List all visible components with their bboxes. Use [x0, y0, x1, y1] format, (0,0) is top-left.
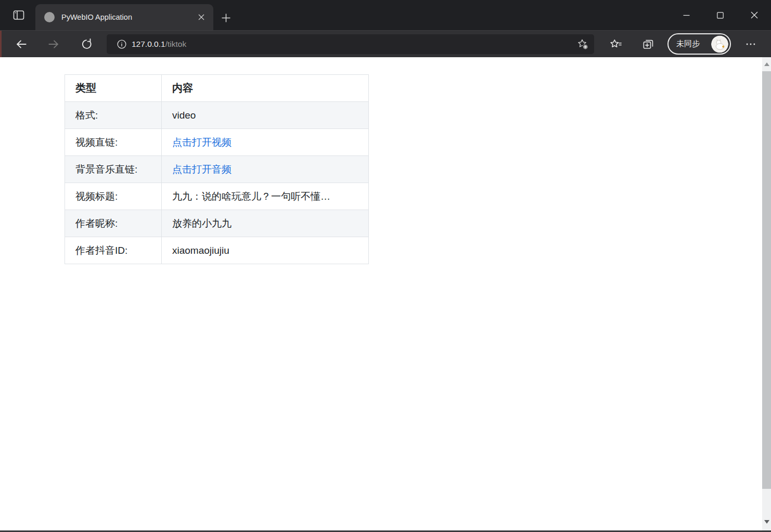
table-row: 作者昵称: 放养的小九九 [65, 210, 369, 237]
collections-icon [641, 37, 655, 51]
back-button[interactable] [12, 35, 30, 53]
new-tab-button[interactable] [218, 10, 234, 25]
row-label: 作者抖音ID: [65, 237, 162, 264]
sync-status-label: 未同步 [676, 39, 700, 49]
table-row: 背景音乐直链: 点击打开音频 [65, 156, 369, 183]
refresh-icon [80, 37, 93, 51]
address-bar[interactable]: 127.0.0.1/tiktok [107, 34, 594, 54]
url-host: 127.0.0.1 [132, 40, 165, 48]
collections-button[interactable] [639, 35, 658, 54]
table-row: 作者抖音ID: xiaomaojiujiu [65, 237, 369, 264]
tab-layout-icon [12, 9, 25, 21]
ellipsis-icon [745, 38, 756, 50]
window-edge-accent [0, 31, 2, 58]
back-arrow-icon [15, 37, 28, 51]
profile-avatar [711, 35, 728, 53]
open-video-link[interactable]: 点击打开视频 [172, 137, 232, 148]
close-window-button[interactable] [737, 0, 771, 30]
table-row: 格式: video [65, 102, 369, 129]
header-content: 内容 [162, 75, 369, 102]
row-label: 视频直链: [65, 129, 162, 156]
triangle-up-icon [764, 62, 769, 66]
vertical-scrollbar[interactable] [762, 57, 771, 530]
scroll-down-button[interactable] [762, 517, 771, 526]
url-path: /tiktok [165, 40, 186, 48]
header-type: 类型 [65, 75, 162, 102]
row-value: 点击打开视频 [162, 129, 369, 156]
forward-button[interactable] [45, 35, 62, 53]
table-row: 视频直链: 点击打开视频 [65, 129, 369, 156]
row-value: video [162, 102, 369, 129]
refresh-button[interactable] [78, 35, 95, 53]
triangle-down-icon [764, 520, 769, 524]
row-value: 九九：说的啥玩意儿？一句听不懂… [162, 183, 369, 210]
url-text: 127.0.0.1/tiktok [132, 40, 186, 49]
maximize-button[interactable] [703, 0, 737, 30]
row-label: 格式: [65, 102, 162, 129]
star-add-icon [576, 38, 589, 50]
browser-tab[interactable]: PyWebIO Application [35, 4, 213, 30]
close-icon [198, 14, 204, 20]
tab-favicon-icon [44, 12, 55, 22]
navigation-toolbar: 127.0.0.1/tiktok [0, 30, 771, 57]
tab-close-button[interactable] [194, 10, 209, 24]
scrollbar-thumb[interactable] [762, 71, 771, 489]
tab-title: PyWebIO Application [61, 13, 194, 21]
forward-arrow-icon [47, 37, 60, 51]
table-row: 视频标题: 九九：说的啥玩意儿？一句听不懂… [65, 183, 369, 210]
minimize-button[interactable] [670, 0, 703, 30]
row-value: 放养的小九九 [162, 210, 369, 237]
tab-actions-button[interactable] [9, 7, 29, 23]
maximize-icon [717, 12, 724, 19]
scroll-up-button[interactable] [762, 60, 771, 69]
info-icon [116, 38, 127, 50]
plus-icon [222, 14, 230, 22]
settings-menu-button[interactable] [741, 35, 760, 54]
page-content: 类型 内容 格式: video 视频直链: 点击打开视频 背景音乐直链: 点击打… [0, 57, 771, 530]
favorites-button[interactable] [607, 35, 625, 54]
row-value: xiaomaojiujiu [162, 237, 369, 264]
favorites-star-icon [609, 37, 623, 51]
window-controls [670, 0, 771, 30]
add-favorite-button[interactable] [574, 36, 591, 53]
browser-window: PyWebIO Application [0, 0, 771, 532]
result-table: 类型 内容 格式: video 视频直链: 点击打开视频 背景音乐直链: 点击打… [65, 74, 369, 264]
row-label: 作者昵称: [65, 210, 162, 237]
profile-sync-button[interactable]: 未同步 [667, 33, 731, 55]
table-header-row: 类型 内容 [65, 75, 369, 102]
site-info-button[interactable] [114, 36, 130, 52]
open-audio-link[interactable]: 点击打开音频 [172, 164, 232, 175]
row-value: 点击打开音频 [162, 156, 369, 183]
titlebar: PyWebIO Application [0, 0, 771, 30]
row-label: 背景音乐直链: [65, 156, 162, 183]
close-icon [751, 11, 758, 19]
row-label: 视频标题: [65, 183, 162, 210]
minimize-icon [683, 12, 690, 19]
